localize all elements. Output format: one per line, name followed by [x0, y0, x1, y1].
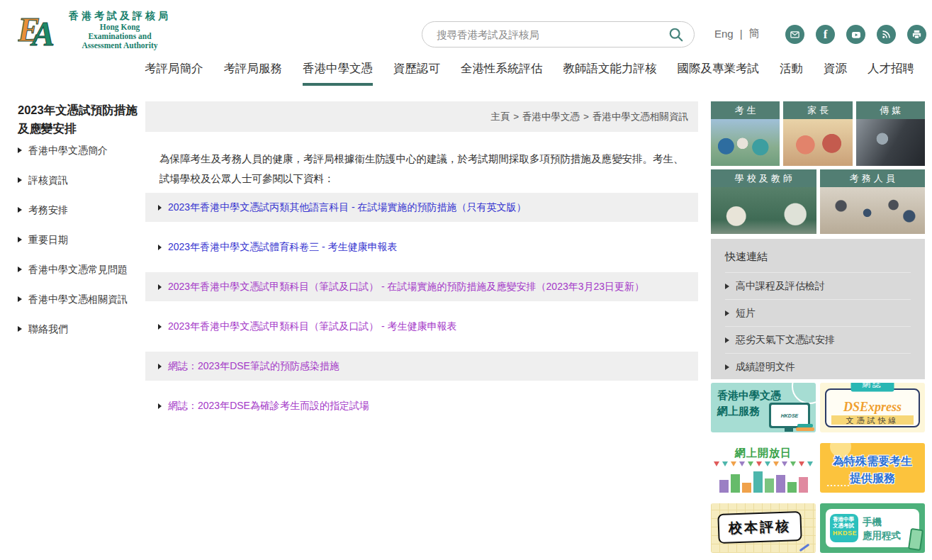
audience-tiles-row1: 考生 家長 傳媒: [711, 101, 925, 166]
sidebar-item-faq[interactable]: 香港中學文憑常見問題: [18, 263, 145, 276]
sidebar-item-label: 重要日期: [28, 233, 68, 246]
document-link-row: 2023年香港中學文憑試甲類科目（筆試及口試） - 考生健康申報表: [145, 312, 698, 341]
banner-hkdse-online-services[interactable]: 香港中學文憑 網上服務 HKDSE: [711, 383, 816, 432]
tile-schools-teachers[interactable]: 學校及教師: [711, 169, 816, 234]
logo-name-en1: Hong Kong: [69, 23, 171, 32]
document-link-row: 網誌：2023年DSE為確診考生而設的指定試場: [145, 391, 698, 420]
quick-link-curriculum-review[interactable]: 高中課程及評估檢討: [725, 273, 911, 300]
quick-links-title: 快速連結: [725, 250, 911, 273]
lang-english-link[interactable]: Eng: [714, 28, 734, 40]
document-link-row: 2023年香港中學文憑試甲類科目（筆試及口試） - 在試場實施的預防措施及應變安…: [145, 272, 698, 301]
banner-school-based-assessment[interactable]: 校本評核: [711, 503, 816, 553]
doc-link-category-a-precautions[interactable]: 2023年香港中學文憑試甲類科目（筆試及口試） - 在試場實施的預防措施及應變安…: [168, 281, 644, 293]
search-icon: [668, 27, 684, 43]
city-illustration: [718, 470, 809, 493]
tile-label: 考生: [711, 101, 780, 119]
nav-lpat[interactable]: 教師語文能力評核: [563, 61, 657, 86]
facebook-button[interactable]: f: [816, 25, 835, 44]
scroll-illustration: 校本評核: [717, 511, 802, 544]
breadcrumb: 主頁 > 香港中學文憑 > 香港中學文憑相關資訊: [145, 101, 698, 132]
blog-badge: 網誌: [851, 383, 894, 391]
monitor-screen-label: HKDSE: [771, 405, 808, 426]
media-photo: [856, 119, 925, 166]
tile-exam-personnel[interactable]: 考務人員: [820, 169, 926, 234]
quick-link-videos[interactable]: 短片: [725, 300, 911, 327]
breadcrumb-section[interactable]: 香港中學文憑: [522, 111, 580, 123]
quick-link-result-certificates[interactable]: 成績證明文件: [725, 354, 911, 381]
arrow-right-icon: [725, 310, 729, 316]
promo-banners: 香港中學文憑 網上服務 HKDSE 網誌 DSExpress 文憑試快線 網上開…: [711, 383, 925, 553]
breadcrumb-home[interactable]: 主頁: [490, 111, 510, 123]
parents-photo: [783, 119, 852, 166]
nav-careers[interactable]: 人才招聘: [868, 61, 914, 86]
print-button[interactable]: [907, 25, 926, 44]
hkeaa-logo-mark: E A: [18, 11, 62, 50]
banner-dsexpress-blog[interactable]: 網誌 DSExpress 文憑試快線: [820, 383, 925, 432]
print-icon: [911, 29, 922, 40]
bunting-illustration: [714, 461, 813, 467]
arrow-right-icon: [18, 296, 22, 302]
arrow-right-icon: [158, 284, 162, 290]
sidebar-item-exam-admin[interactable]: 考務安排: [18, 203, 145, 216]
lang-simplified-link[interactable]: 簡: [749, 27, 760, 40]
dsexpress-subtitle: 文憑試快線: [820, 415, 925, 426]
banner-special-needs-services[interactable]: 為特殊需要考生 提供服務 •••••••: [820, 443, 925, 493]
arrow-right-icon: [18, 267, 22, 272]
sidebar-item-related-info[interactable]: 香港中學文憑相關資訊: [18, 293, 145, 306]
arrow-right-icon: [18, 177, 22, 183]
banner-hkdse-mobile-app[interactable]: 香港中學 文憑考試 HKDSE 手機 應用程式: [820, 503, 925, 553]
doc-link-category-a-health-form[interactable]: 2023年香港中學文憑試甲類科目（筆試及口試） - 考生健康申報表: [168, 320, 457, 333]
tablet-illustration: [908, 528, 923, 551]
doc-link-blog-designated-centres[interactable]: 網誌：2023年DSE為確診考生而設的指定試場: [168, 400, 369, 413]
tile-label: 家長: [783, 101, 852, 119]
exam-personnel-photo: [820, 187, 926, 234]
sidebar-item-assessment-info[interactable]: 評核資訊: [18, 174, 145, 186]
nav-hkdse[interactable]: 香港中學文憑: [303, 61, 373, 86]
breadcrumb-separator: >: [583, 111, 589, 122]
hkdse-app-icon: 香港中學 文憑考試 HKDSE: [830, 514, 858, 542]
book-illustration: [796, 427, 814, 431]
hkeaa-logo[interactable]: E A 香港考試及評核局 Hong Kong Examinations and …: [18, 10, 171, 51]
sidebar-item-contact-us[interactable]: 聯絡我們: [18, 323, 145, 335]
nav-events[interactable]: 活動: [780, 61, 803, 86]
rss-icon: [881, 29, 892, 40]
nav-about[interactable]: 考評局簡介: [145, 61, 203, 86]
dsexpress-title: DSExpress: [820, 400, 925, 415]
facebook-icon: f: [824, 28, 828, 40]
youtube-button[interactable]: [846, 25, 865, 44]
nav-tsa[interactable]: 全港性系統評估: [461, 61, 543, 86]
quick-links-panel: 快速連結 高中課程及評估檢討 短片 惡劣天氣下文憑試安排 成績證明文件: [711, 239, 925, 379]
nav-qualifications[interactable]: 資歷認可: [393, 61, 440, 86]
doc-link-category-c-languages[interactable]: 2023年香港中學文憑試丙類其他語言科目 - 在試場實施的預防措施（只有英文版）: [168, 201, 527, 214]
nav-services[interactable]: 考評局服務: [224, 61, 283, 86]
doc-link-blog-infection-prevention[interactable]: 網誌：2023年DSE筆試的預防感染措施: [168, 360, 339, 373]
rss-button[interactable]: [877, 25, 896, 44]
social-links: f: [785, 25, 926, 44]
email-button[interactable]: [785, 25, 804, 44]
quick-link-label: 高中課程及評估檢討: [736, 280, 825, 293]
search-button[interactable]: [668, 27, 694, 43]
logo-name-en2: Examinations and: [69, 32, 171, 41]
sidebar-item-important-dates[interactable]: 重要日期: [18, 233, 145, 246]
open-day-title: 網上開放日: [711, 447, 816, 460]
language-switcher: Eng | 簡: [714, 27, 760, 40]
sidebar-item-hkdse-intro[interactable]: 香港中學文憑簡介: [18, 144, 145, 157]
tile-media[interactable]: 傳媒: [856, 101, 925, 166]
tile-parents[interactable]: 家長: [783, 101, 852, 166]
arrow-right-icon: [158, 364, 162, 369]
site-search: [422, 21, 695, 47]
banner-online-open-day[interactable]: 網上開放日: [711, 443, 816, 493]
sidebar-item-label: 香港中學文憑常見問題: [28, 263, 128, 276]
tile-candidates[interactable]: 考生: [711, 101, 780, 166]
nav-resources[interactable]: 資源: [824, 61, 847, 86]
search-input[interactable]: [422, 29, 668, 40]
svg-text:A: A: [30, 15, 55, 50]
quick-link-bad-weather[interactable]: 惡劣天氣下文憑試安排: [725, 327, 911, 354]
sidebar-item-label: 香港中學文憑相關資訊: [28, 293, 128, 306]
arrow-right-icon: [158, 403, 162, 409]
arrow-right-icon: [158, 205, 162, 211]
sidebar-item-label: 考務安排: [28, 203, 68, 216]
doc-link-pe-paper3-health-form[interactable]: 2023年香港中學文憑試體育科卷三 - 考生健康申報表: [168, 241, 398, 254]
nav-ipe[interactable]: 國際及專業考試: [678, 61, 760, 86]
hkeaa-logo-text: 香港考試及評核局 Hong Kong Examinations and Asse…: [69, 10, 171, 51]
